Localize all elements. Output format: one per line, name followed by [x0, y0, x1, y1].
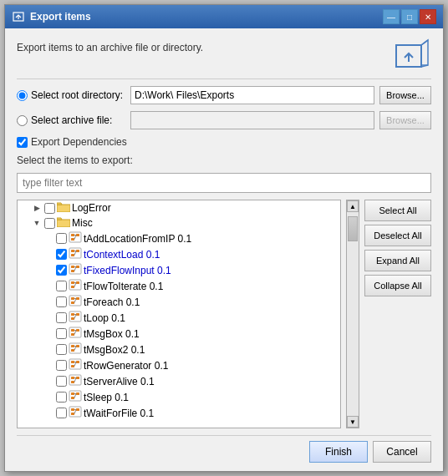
- export-dep-row: Export Dependencies: [17, 136, 431, 148]
- tree-toggle: [43, 408, 54, 419]
- tree-container[interactable]: ▶ LogError▼ Misc tAddLocationFromIP 0.1: [17, 200, 341, 428]
- tree-checkbox[interactable]: [56, 376, 67, 387]
- collapse-all-button[interactable]: Collapse All: [364, 275, 431, 296]
- svg-rect-52: [71, 349, 74, 352]
- export-dep-checkbox[interactable]: [17, 137, 28, 148]
- expand-all-button[interactable]: Expand All: [364, 250, 431, 271]
- svg-rect-51: [76, 345, 79, 347]
- component-icon: [69, 247, 82, 261]
- svg-rect-26: [71, 281, 74, 284]
- tree-item[interactable]: tAddLocationFromIP 0.1: [18, 230, 340, 246]
- tree-item[interactable]: tFixedFlowInput 0.1: [18, 262, 340, 278]
- component-icon: [69, 295, 82, 309]
- svg-rect-57: [76, 361, 79, 363]
- svg-rect-33: [76, 297, 79, 300]
- tree-label: tFixedFlowInput 0.1: [84, 265, 171, 276]
- svg-rect-39: [76, 313, 79, 316]
- tree-item[interactable]: ▶ LogError: [18, 200, 340, 215]
- tree-label: tForeach 0.1: [84, 296, 140, 308]
- archive-radio[interactable]: [17, 115, 28, 126]
- svg-rect-15: [76, 250, 79, 252]
- tree-label: tSleep 0.1: [84, 392, 129, 403]
- tree-label: tLoop 0.1: [84, 312, 125, 324]
- tree-checkbox[interactable]: [44, 203, 55, 214]
- svg-rect-20: [71, 266, 74, 268]
- select-all-button[interactable]: Select All: [364, 200, 431, 221]
- svg-rect-32: [71, 297, 74, 300]
- tree-toggle[interactable]: ▶: [31, 202, 43, 214]
- filter-input[interactable]: [17, 173, 431, 193]
- svg-rect-22: [71, 270, 74, 272]
- archive-browse-button[interactable]: Browse...: [379, 111, 431, 129]
- svg-rect-6: [57, 220, 70, 227]
- tree-checkbox[interactable]: [56, 296, 67, 307]
- tree-toggle[interactable]: ▼: [31, 217, 43, 229]
- tree-item[interactable]: tWaitForFile 0.1: [18, 405, 340, 421]
- component-icon: [69, 231, 82, 246]
- archive-input[interactable]: [130, 111, 374, 129]
- tree-checkbox[interactable]: [44, 218, 55, 229]
- tree-toggle: [43, 376, 54, 387]
- tree-item[interactable]: tForeach 0.1: [18, 294, 340, 310]
- tree-item[interactable]: tLoop 0.1: [18, 310, 340, 326]
- tree-checkbox[interactable]: [56, 233, 67, 244]
- tree-item[interactable]: tFlowToIterate 0.1: [18, 278, 340, 294]
- tree-item[interactable]: tContextLoad 0.1: [18, 246, 340, 262]
- svg-line-3: [421, 40, 428, 45]
- tree-label: Misc: [72, 217, 93, 229]
- window-controls: — □ ✕: [383, 9, 436, 24]
- tree-label: tRowGenerator 0.1: [84, 360, 168, 372]
- svg-rect-63: [76, 377, 79, 379]
- tree-scrollbar[interactable]: ▲ ▼: [346, 200, 359, 428]
- root-dir-radio-label[interactable]: Select root directory:: [17, 89, 125, 101]
- svg-rect-75: [76, 408, 79, 411]
- items-label: Select the items to export:: [17, 154, 133, 166]
- scroll-down-arrow[interactable]: ▼: [347, 416, 359, 428]
- tree-checkbox[interactable]: [56, 408, 67, 418]
- scroll-up-arrow[interactable]: ▲: [347, 200, 359, 212]
- scroll-track[interactable]: [347, 212, 359, 416]
- svg-rect-16: [71, 254, 74, 256]
- tree-checkbox[interactable]: [56, 265, 67, 276]
- tree-item[interactable]: tMsgBox2 0.1: [18, 342, 340, 357]
- tree-item[interactable]: tRowGenerator 0.1: [18, 357, 340, 373]
- svg-rect-38: [71, 313, 74, 316]
- window-icon: [12, 10, 25, 23]
- tree-checkbox[interactable]: [56, 344, 67, 355]
- component-icon: [69, 406, 82, 420]
- tree-checkbox[interactable]: [56, 360, 67, 371]
- root-dir-radio[interactable]: [17, 90, 28, 101]
- tree-checkbox[interactable]: [56, 312, 67, 323]
- tree-label: tFlowToIterate 0.1: [84, 281, 163, 292]
- items-label-row: Select the items to export:: [17, 154, 431, 166]
- folder-icon: [57, 216, 70, 230]
- deselect-all-button[interactable]: Deselect All: [364, 225, 431, 246]
- svg-rect-69: [76, 392, 79, 395]
- tree-checkbox[interactable]: [56, 281, 67, 291]
- tree-item[interactable]: tServerAlive 0.1: [18, 373, 340, 389]
- finish-button[interactable]: Finish: [309, 441, 368, 463]
- side-buttons: Select All Deselect All Expand All Colla…: [364, 200, 431, 428]
- minimize-button[interactable]: —: [383, 9, 400, 24]
- tree-item[interactable]: ▼ Misc: [18, 215, 340, 230]
- tree-checkbox[interactable]: [56, 328, 67, 339]
- scroll-thumb[interactable]: [348, 216, 358, 241]
- tree-checkbox[interactable]: [56, 249, 67, 260]
- tree-checkbox[interactable]: [56, 392, 67, 403]
- tree-item[interactable]: tMsgBox 0.1: [18, 326, 340, 342]
- maximize-button[interactable]: □: [401, 9, 418, 24]
- tree-item[interactable]: tSleep 0.1: [18, 389, 340, 405]
- svg-rect-14: [71, 250, 74, 252]
- tree-toggle: [43, 281, 54, 292]
- close-button[interactable]: ✕: [420, 9, 436, 24]
- svg-rect-50: [71, 345, 74, 347]
- root-dir-input[interactable]: [130, 86, 374, 104]
- tree-toggle: [43, 233, 54, 245]
- tree-label: tAddLocationFromIP 0.1: [84, 233, 191, 245]
- cancel-button[interactable]: Cancel: [373, 441, 431, 463]
- tree-toggle: [43, 344, 54, 356]
- tree-toggle: [43, 392, 54, 403]
- component-icon: [69, 358, 82, 372]
- archive-radio-label[interactable]: Select archive file:: [17, 114, 125, 126]
- root-dir-browse-button[interactable]: Browse...: [379, 86, 431, 104]
